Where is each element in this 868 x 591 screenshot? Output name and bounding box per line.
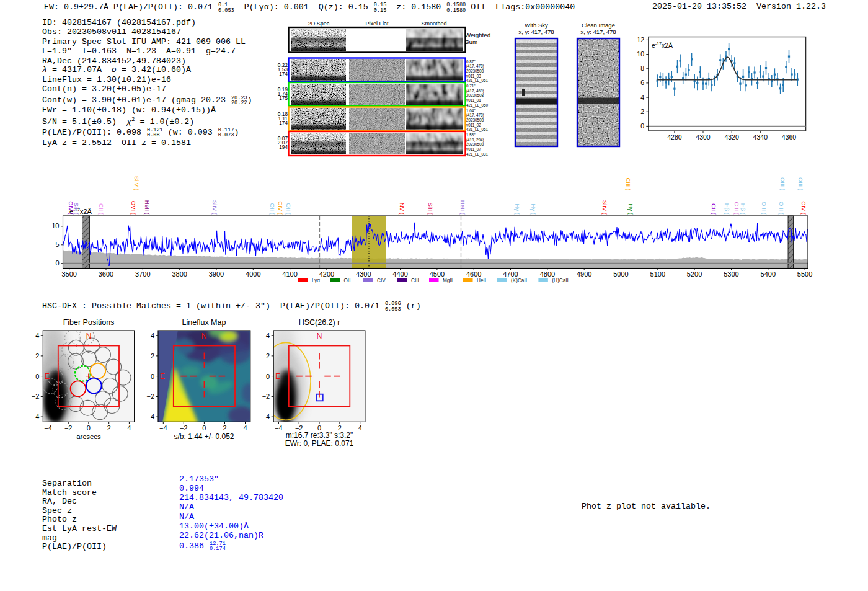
svg-text:4500: 4500 — [430, 270, 445, 278]
svg-text:20230508: 20230508 — [466, 118, 484, 122]
svg-text:2: 2 — [151, 352, 154, 360]
svg-text:SiIV (: SiIV ( — [211, 200, 218, 215]
svg-text:5100: 5100 — [650, 270, 665, 278]
svg-text:174: 174 — [279, 120, 288, 126]
svg-text:−2: −2 — [146, 393, 154, 400]
svg-text:EWr: 0, PLAE: 0.071: EWr: 0, PLAE: 0.071 — [285, 439, 354, 448]
svg-text:CIV (: CIV ( — [277, 201, 284, 215]
svg-text:OII: OII — [344, 278, 351, 283]
svg-text:175: 175 — [279, 95, 288, 101]
svg-text:−4: −4 — [159, 424, 167, 432]
svg-text:20230508: 20230508 — [466, 93, 484, 97]
svg-text:arcsecs: arcsecs — [76, 433, 101, 440]
svg-text:−2: −2 — [64, 424, 73, 432]
svg-text:4320: 4320 — [725, 133, 740, 141]
svg-text:2: 2 — [107, 424, 111, 432]
svg-text:4340: 4340 — [753, 133, 768, 141]
svg-text:4600: 4600 — [466, 270, 481, 278]
svg-text:4: 4 — [358, 424, 362, 432]
svg-text:m:16.7 re:3.3" s:3.2": m:16.7 re:3.3" s:3.2" — [286, 431, 353, 440]
svg-text:Pixel Flat: Pixel Flat — [365, 20, 389, 27]
svg-text:Fiber Positions: Fiber Positions — [63, 318, 115, 327]
svg-text:10: 10 — [51, 222, 59, 229]
svg-text:5000: 5000 — [613, 270, 628, 278]
svg-text:3800: 3800 — [172, 270, 187, 278]
svg-text:N: N — [202, 332, 207, 340]
svg-text:−2: −2 — [180, 424, 188, 432]
svg-text:OIII (: OIII ( — [779, 177, 786, 191]
svg-text:12: 12 — [637, 36, 644, 43]
svg-text:3500: 3500 — [61, 270, 76, 278]
svg-text:Clean Image: Clean Image — [582, 22, 615, 29]
svg-text:4: 4 — [640, 94, 644, 101]
svg-text:OIII (: OIII ( — [761, 202, 768, 215]
svg-text:CIII: CIII — [411, 278, 419, 283]
svg-text:−4: −4 — [44, 424, 52, 432]
svg-text:CIV (: CIV ( — [800, 201, 807, 215]
svg-text:OII (: OII ( — [269, 203, 276, 215]
svg-text:Hγ (: Hγ ( — [530, 204, 537, 215]
svg-text:(K)CaII: (K)CaII — [511, 278, 527, 283]
svg-text:E: E — [160, 372, 165, 381]
svg-text:5200: 5200 — [687, 270, 702, 278]
svg-text:−4: −4 — [32, 413, 40, 420]
svg-text:Hγ (: Hγ ( — [627, 204, 634, 215]
svg-text:194: 194 — [279, 144, 288, 150]
svg-text:E: E — [275, 372, 280, 381]
svg-text:N: N — [86, 332, 92, 340]
svg-text:174: 174 — [279, 71, 288, 77]
svg-text:4100: 4100 — [282, 270, 297, 278]
svg-text:2: 2 — [35, 352, 39, 360]
svg-text:4280: 4280 — [667, 133, 682, 141]
svg-text:−4: −4 — [262, 413, 270, 420]
svg-text:2: 2 — [640, 108, 644, 115]
svg-text:1.55": 1.55" — [466, 133, 476, 137]
svg-text:0: 0 — [87, 424, 91, 432]
svg-text:s/b: 1.44 +/- 0.052: s/b: 1.44 +/- 0.052 — [174, 432, 234, 441]
svg-text:HeII (: HeII ( — [144, 200, 151, 215]
svg-text:8: 8 — [640, 64, 644, 72]
svg-text:OVI (: OVI ( — [130, 201, 137, 215]
svg-text:4200: 4200 — [319, 270, 334, 278]
svg-text:4000: 4000 — [246, 270, 260, 278]
svg-text:CII (: CII ( — [711, 203, 717, 215]
svg-text:OIII (: OIII ( — [778, 202, 785, 215]
svg-text:4: 4 — [127, 424, 131, 432]
svg-text:Hβ (: Hβ ( — [740, 203, 746, 215]
svg-text:2: 2 — [223, 424, 226, 432]
svg-text:MgII: MgII — [443, 278, 453, 283]
svg-text:4300: 4300 — [696, 133, 711, 141]
svg-text:0: 0 — [55, 259, 59, 267]
svg-text:10: 10 — [637, 50, 644, 58]
svg-text:421_LL_051: 421_LL_051 — [466, 127, 489, 132]
svg-text:0: 0 — [151, 373, 154, 380]
svg-text:5400: 5400 — [761, 270, 776, 278]
svg-text:N: N — [317, 332, 322, 340]
svg-text:e-17x2Å: e-17x2Å — [652, 42, 673, 49]
svg-text:CIII (: CIII ( — [733, 202, 740, 215]
svg-text:0.87": 0.87" — [466, 60, 476, 64]
svg-text:SiIV (: SiIV ( — [601, 200, 608, 215]
svg-text:x, y: 417, 478: x, y: 417, 478 — [580, 29, 616, 35]
svg-text:421_LL_051: 421_LL_051 — [466, 78, 489, 83]
svg-text:NV (: NV ( — [399, 203, 405, 215]
svg-text:−4: −4 — [275, 424, 283, 432]
svg-text:HeII (: HeII ( — [459, 200, 466, 215]
svg-text:CIV: CIV — [377, 278, 386, 283]
svg-text:Lyα: Lyα — [312, 278, 320, 283]
svg-text:0: 0 — [266, 373, 270, 380]
svg-text:421_LL_050: 421_LL_050 — [466, 103, 489, 108]
svg-text:0: 0 — [640, 122, 644, 130]
svg-text:5500: 5500 — [797, 270, 812, 278]
svg-text:0.71": 0.71" — [466, 84, 476, 88]
svg-text:OIII (: OIII ( — [797, 177, 804, 191]
svg-text:With Sky: With Sky — [525, 22, 548, 29]
svg-text:4: 4 — [35, 332, 39, 339]
svg-text:(H)CaII: (H)CaII — [552, 278, 568, 283]
svg-text:−2: −2 — [262, 393, 270, 400]
svg-text:1.04": 1.04" — [466, 109, 476, 113]
svg-text:OII (: OII ( — [285, 203, 292, 215]
svg-text:4700: 4700 — [503, 270, 518, 278]
svg-text:3600: 3600 — [99, 270, 113, 278]
svg-text:2: 2 — [266, 352, 270, 360]
